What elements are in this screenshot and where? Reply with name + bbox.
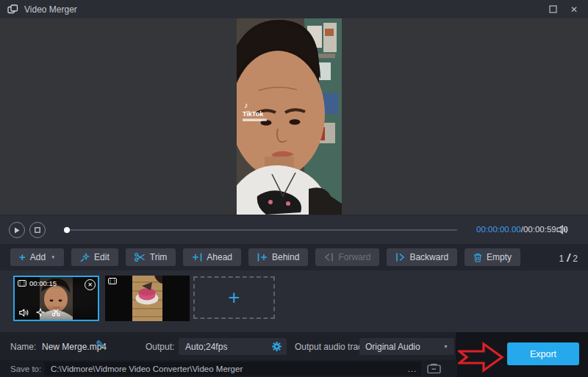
name-label: Name: (10, 342, 36, 352)
page-current: 1 (559, 254, 564, 264)
add-caret-icon: ▼ (51, 255, 55, 259)
ahead-label: Ahead (207, 252, 232, 262)
clip-trim-scissors-icon[interactable] (51, 309, 62, 317)
clip-item-2[interactable] (105, 276, 190, 321)
film-icon (18, 280, 26, 287)
current-time: 00:00:00.00 (476, 225, 521, 234)
video-frame-illustration: ♪ TikTok (237, 18, 342, 215)
dropdown-caret-icon: ▼ (443, 344, 448, 349)
page-total: 2 (573, 254, 578, 264)
clip-volume-icon[interactable] (19, 309, 29, 317)
annotation-arrow (458, 341, 505, 373)
tiktok-brand-text: TikTok (243, 110, 264, 118)
behind-label: Behind (272, 252, 299, 262)
trim-label: Trim (150, 252, 168, 262)
video-merger-window: Video Merger ✕ (0, 0, 588, 377)
time-display: 00:00:00.00/00:00:59.10 (476, 225, 568, 234)
audio-track-value: Original Audio (365, 342, 420, 352)
forward-label: Forward (338, 252, 370, 262)
rename-pencil-icon[interactable]: ✎ (96, 339, 105, 350)
save-to-row: Save to: C:\Vidmore\Vidmore Video Conver… (0, 360, 457, 377)
close-icon[interactable]: ✕ (570, 5, 578, 14)
trash-icon (473, 253, 482, 262)
add-clip-slot[interactable]: + (193, 276, 275, 319)
timeline-clips-row: 00:00:15 ✕ (0, 270, 588, 332)
empty-label: Empty (487, 252, 512, 262)
footer: Name: New Merge.mp4 ✎ Output: Auto;24fps… (0, 332, 588, 377)
output-label: Output: (146, 342, 174, 352)
ahead-button[interactable]: Ahead (183, 248, 241, 266)
add-clip-plus-icon: + (229, 287, 240, 309)
add-button[interactable]: + Add ▼ (10, 248, 64, 266)
volume-icon[interactable] (556, 225, 569, 234)
edit-wand-icon (80, 253, 90, 262)
window-controls: ✕ (549, 5, 581, 14)
clip-edit-star-icon[interactable] (36, 308, 45, 317)
backward-button[interactable]: Backward (387, 248, 457, 266)
page-separator: / (567, 251, 570, 264)
save-path-field[interactable]: C:\Vidmore\Vidmore Video Converter\Video… (44, 362, 421, 376)
clip1-tools (19, 308, 62, 317)
trim-button[interactable]: Trim (126, 248, 176, 266)
video-preview-stage: ♪ TikTok (0, 18, 588, 215)
svg-text:♪: ♪ (244, 101, 248, 109)
player-bar: 00:00:00.00/00:00:59.10 (0, 215, 588, 245)
clip1-meta: 00:00:15 (18, 279, 57, 287)
save-path-value: C:\Vidmore\Vidmore Video Converter\Video… (51, 365, 243, 373)
clip-item-1[interactable]: 00:00:15 ✕ (13, 276, 99, 321)
stop-button[interactable] (29, 222, 46, 238)
insert-behind-icon (257, 253, 268, 262)
video-merger-app-icon (7, 4, 18, 14)
edit-button[interactable]: Edit (71, 248, 118, 266)
seek-slider-thumb[interactable] (64, 227, 70, 233)
save-to-label: Save to: (10, 365, 44, 373)
clip2-thumbnail (105, 276, 190, 321)
output-format-field[interactable]: Auto;24fps (179, 338, 287, 355)
move-backward-icon (395, 253, 405, 262)
forward-button[interactable]: Forward (315, 248, 379, 266)
titlebar: Video Merger ✕ (0, 0, 588, 18)
empty-button[interactable]: Empty (465, 248, 520, 266)
video-preview: ♪ TikTok (237, 18, 342, 215)
clip2-meta (108, 278, 117, 284)
film-icon (108, 278, 117, 284)
move-forward-icon (324, 253, 334, 262)
toolbar: + Add ▼ Edit Trim (0, 244, 588, 270)
backward-label: Backward (409, 252, 448, 262)
output-settings-gear-icon[interactable] (271, 341, 282, 352)
behind-button[interactable]: Behind (248, 248, 308, 266)
window-title: Video Merger (24, 4, 77, 15)
open-folder-icon[interactable] (427, 363, 442, 374)
scissors-icon (135, 253, 146, 262)
export-button[interactable]: Export (507, 342, 579, 365)
play-button[interactable] (9, 222, 25, 238)
clip1-duration: 00:00:15 (29, 279, 57, 287)
export-label: Export (530, 349, 556, 359)
insert-ahead-icon (192, 253, 202, 262)
edit-label: Edit (94, 252, 110, 262)
maximize-icon[interactable] (549, 5, 557, 13)
output-format-value: Auto;24fps (185, 342, 227, 352)
seek-slider[interactable] (65, 229, 457, 231)
audio-track-dropdown[interactable]: Original Audio ▼ (359, 338, 454, 355)
audio-track-label: Output audio track: (295, 342, 369, 352)
page-indicator: 1 / 2 (559, 251, 588, 264)
add-label: Add (30, 252, 46, 262)
clip1-remove-icon[interactable]: ✕ (85, 279, 96, 290)
